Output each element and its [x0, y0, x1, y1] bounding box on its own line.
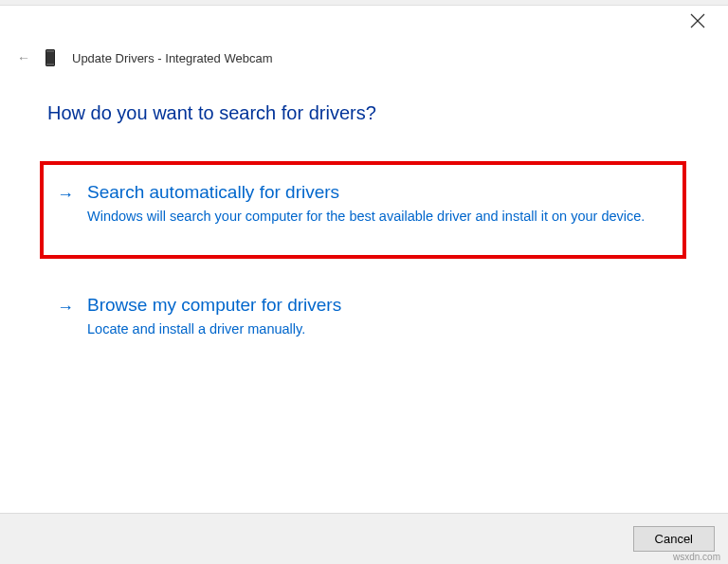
option-body: Search automatically for drivers Windows… — [87, 182, 660, 227]
close-icon — [690, 13, 705, 28]
wizard-title: Update Drivers - Integrated Webcam — [72, 51, 272, 65]
page-heading: How do you want to search for drivers? — [47, 102, 376, 124]
cancel-button[interactable]: Cancel — [633, 526, 715, 552]
option-body: Browse my computer for drivers Locate an… — [87, 295, 660, 339]
window-top-strip — [0, 0, 728, 6]
wizard-header: ← Update Drivers - Integrated Webcam — [17, 49, 272, 66]
device-icon — [46, 49, 55, 66]
option-title: Browse my computer for drivers — [87, 295, 660, 316]
watermark: wsxdn.com — [673, 552, 720, 562]
option-browse-computer[interactable]: → Browse my computer for drivers Locate … — [40, 274, 686, 360]
option-desc: Locate and install a driver manually. — [87, 319, 660, 339]
option-desc: Windows will search your computer for th… — [87, 207, 660, 227]
back-arrow-icon: ← — [17, 50, 30, 65]
option-title: Search automatically for drivers — [87, 182, 660, 203]
arrow-right-icon: → — [57, 182, 74, 227]
options-list: → Search automatically for drivers Windo… — [40, 161, 686, 360]
option-search-automatically[interactable]: → Search automatically for drivers Windo… — [40, 161, 686, 259]
close-button[interactable] — [690, 13, 709, 32]
dialog-footer: Cancel — [0, 513, 728, 564]
arrow-right-icon: → — [57, 295, 74, 339]
